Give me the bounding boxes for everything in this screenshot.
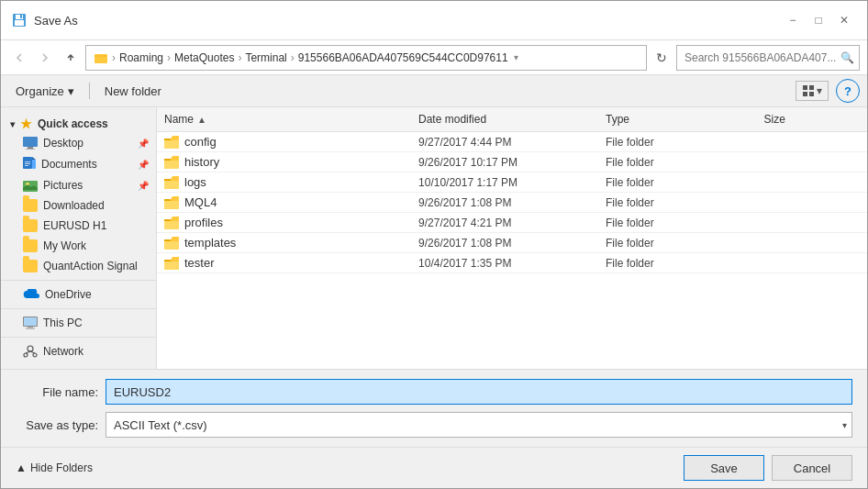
hide-folders-chevron: ▲ — [16, 461, 27, 474]
dialog-icon — [12, 13, 27, 28]
folder-icon — [164, 136, 179, 149]
svg-point-23 — [28, 346, 33, 351]
refresh-button[interactable]: ↻ — [651, 47, 673, 69]
file-list: Name ▲ Date modified Type Size — [157, 107, 867, 369]
file-date: 9/27/2017 4:44 PM — [411, 136, 598, 149]
sidebar-item-network[interactable]: Network — [1, 341, 156, 361]
sidebar-item-pictures[interactable]: Pictures 📌 — [1, 175, 156, 195]
sidebar-item-onedrive-label: OneDrive — [45, 288, 92, 301]
window-controls: − □ ✕ — [781, 8, 856, 32]
save-label: Save — [710, 461, 738, 475]
organize-chevron: ▾ — [68, 84, 74, 98]
star-icon: ★ — [20, 117, 32, 131]
path-id: 915566BA06ADA407569C544CC0D97611 — [298, 51, 508, 64]
organize-label: Organize — [16, 84, 64, 98]
column-header-type[interactable]: Type — [598, 111, 757, 128]
address-bar: › Roaming › MetaQuotes › Terminal › 9155… — [1, 40, 867, 75]
table-row[interactable]: profiles 9/27/2017 4:21 PM File folder — [157, 213, 867, 233]
path-separator-2: › — [167, 51, 171, 64]
search-input[interactable] — [676, 45, 860, 71]
path-separator-4: › — [291, 51, 295, 64]
sidebar-item-documents-label: Documents — [41, 158, 97, 171]
save-button[interactable]: Save — [684, 455, 764, 481]
column-name-label: Name — [164, 113, 194, 126]
svg-rect-22 — [26, 328, 35, 329]
sidebar-item-eurusd-label: EURUSD H1 — [43, 219, 106, 232]
svg-line-27 — [30, 351, 35, 353]
sidebar-item-documents[interactable]: Documents 📌 — [1, 153, 156, 175]
new-folder-button[interactable]: New folder — [97, 82, 169, 101]
folder-icon — [164, 196, 179, 209]
svg-rect-16 — [25, 165, 28, 166]
sidebar-item-mywork[interactable]: My Work — [1, 236, 156, 256]
path-roaming: Roaming — [119, 51, 163, 64]
sidebar-item-eurusd[interactable]: EURUSD H1 — [1, 216, 156, 236]
help-button[interactable]: ? — [836, 79, 860, 103]
table-row[interactable]: templates 9/26/2017 1:08 PM File folder — [157, 233, 867, 253]
up-button[interactable] — [60, 47, 82, 69]
view-button[interactable]: ▾ — [796, 81, 829, 101]
folder-icon — [23, 239, 38, 252]
pictures-icon — [23, 179, 38, 192]
folder-icon — [23, 260, 38, 272]
file-type: File folder — [598, 176, 757, 189]
sidebar-item-downloaded[interactable]: Downloaded — [1, 195, 156, 216]
path-dropdown-arrow[interactable]: ▾ — [514, 52, 518, 62]
sidebar-item-desktop[interactable]: Desktop 📌 — [1, 133, 156, 153]
file-date: 10/4/2017 1:35 PM — [411, 257, 598, 270]
cancel-button[interactable]: Cancel — [772, 455, 852, 481]
sidebar-item-quantaction[interactable]: QuantAction Signal — [1, 256, 156, 276]
svg-rect-13 — [32, 160, 36, 169]
column-header-name[interactable]: Name ▲ — [157, 111, 411, 128]
file-type: File folder — [598, 156, 757, 169]
sidebar-section-quick-access[interactable]: ▾ ★ Quick access — [1, 111, 156, 133]
table-row[interactable]: config 9/27/2017 4:44 PM File folder — [157, 132, 867, 152]
file-date: 9/26/2017 10:17 PM — [411, 156, 598, 169]
file-type: File folder — [598, 237, 757, 250]
sidebar-item-desktop-label: Desktop — [43, 137, 83, 150]
table-row[interactable]: MQL4 9/26/2017 1:08 PM File folder — [157, 193, 867, 213]
file-name: templates — [157, 236, 411, 250]
file-rows-container: config 9/27/2017 4:44 PM File folder his… — [157, 132, 867, 273]
hide-folders-button[interactable]: ▲ Hide Folders — [16, 461, 93, 474]
filename-label: File name: — [16, 385, 98, 399]
view-chevron: ▾ — [817, 84, 822, 97]
bottom-buttons: ▲ Hide Folders Save Cancel — [1, 447, 867, 488]
file-name: logs — [157, 175, 411, 189]
maximize-button[interactable]: □ — [807, 8, 830, 32]
table-row[interactable]: tester 10/4/2017 1:35 PM File folder — [157, 253, 867, 273]
svg-rect-11 — [26, 149, 35, 150]
svg-rect-39 — [164, 241, 179, 250]
table-row[interactable]: history 9/26/2017 10:17 PM File folder — [157, 152, 867, 172]
filename-row: File name: — [16, 379, 852, 405]
sidebar-item-onedrive[interactable]: OneDrive — [1, 284, 156, 305]
column-header-date[interactable]: Date modified — [411, 111, 598, 128]
svg-rect-29 — [164, 140, 179, 149]
organize-button[interactable]: Organize ▾ — [8, 82, 82, 101]
close-button[interactable]: ✕ — [832, 8, 856, 32]
pin-icon-docs: 📌 — [138, 160, 149, 170]
sidebar-item-thispc[interactable]: This PC — [1, 313, 156, 333]
svg-rect-33 — [164, 181, 179, 189]
network-icon — [23, 345, 38, 358]
table-row[interactable]: logs 10/10/2017 1:17 PM File folder — [157, 172, 867, 193]
forward-button[interactable] — [34, 47, 56, 69]
svg-rect-21 — [28, 327, 33, 328]
minimize-button[interactable]: − — [781, 8, 805, 32]
file-name: config — [157, 135, 411, 149]
save-as-dialog: Save As − □ ✕ › Roaming › MetaQuotes › T… — [0, 0, 868, 489]
address-path[interactable]: › Roaming › MetaQuotes › Terminal › 9155… — [85, 45, 647, 71]
svg-rect-4 — [95, 54, 107, 63]
svg-point-24 — [24, 353, 28, 357]
filename-input[interactable] — [106, 379, 852, 405]
sidebar-item-network-label: Network — [43, 345, 83, 358]
column-header-size[interactable]: Size — [757, 111, 867, 128]
saveastype-select[interactable]: ASCII Text (*.csv) — [106, 412, 852, 438]
column-type-label: Type — [606, 113, 629, 126]
sidebar-item-thispc-label: This PC — [43, 317, 83, 329]
folder-icon — [164, 237, 179, 250]
file-type: File folder — [598, 196, 757, 209]
file-name: history — [157, 155, 411, 169]
svg-rect-6 — [809, 85, 814, 90]
back-button[interactable] — [8, 47, 30, 69]
